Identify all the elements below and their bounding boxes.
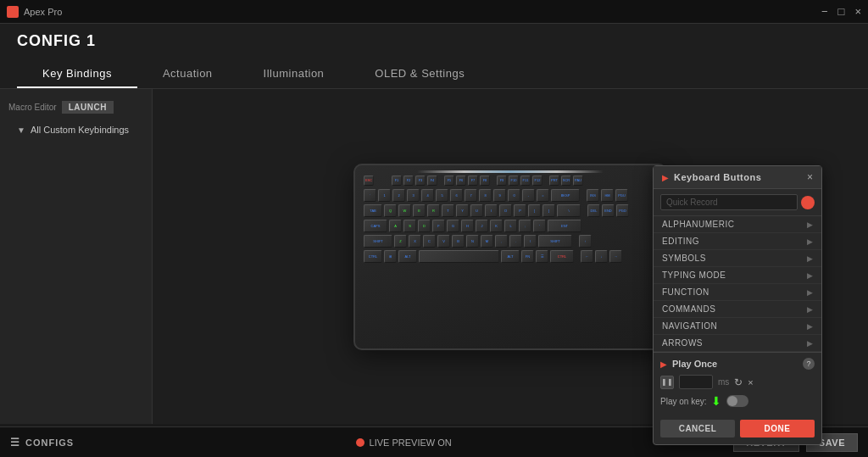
key-e[interactable]: E	[413, 204, 426, 217]
key-f1[interactable]: F1	[392, 176, 402, 186]
key-t[interactable]: T	[442, 204, 454, 217]
key-down[interactable]: ↓	[595, 250, 608, 263]
key-menu[interactable]: ☰	[536, 250, 548, 263]
key-enter[interactable]: ENT	[548, 220, 581, 232]
key-o[interactable]: O	[499, 204, 512, 217]
key-space[interactable]	[419, 250, 499, 263]
ms-input[interactable]	[679, 375, 713, 389]
key-f11[interactable]: F11	[520, 176, 531, 186]
key-lalt[interactable]: ALT	[398, 250, 417, 263]
record-button[interactable]	[801, 196, 815, 209]
key-prtsc[interactable]: PRT	[549, 176, 559, 186]
key-pause[interactable]: PAU	[573, 176, 583, 186]
key-r[interactable]: R	[427, 204, 440, 217]
key-ins[interactable]: INS	[587, 189, 599, 202]
key-f5[interactable]: F5	[444, 176, 454, 186]
key-l[interactable]: L	[504, 220, 517, 232]
key-home[interactable]: HM	[601, 189, 614, 202]
key-backtick[interactable]: `	[364, 189, 376, 202]
repeat-button[interactable]: ↻	[734, 376, 743, 388]
key-semicolon[interactable]: ;	[519, 220, 531, 232]
launch-button[interactable]: LAUNCH	[62, 101, 114, 114]
key-rbracket[interactable]: ]	[542, 204, 555, 217]
key-slash[interactable]: /	[524, 235, 537, 248]
key-pgdn[interactable]: PGD	[616, 204, 629, 217]
popup-close-button[interactable]: ×	[807, 171, 813, 183]
category-commands[interactable]: COMMANDS ▶	[654, 301, 821, 318]
category-navigation[interactable]: NAVIGATION ▶	[654, 318, 821, 335]
key-2[interactable]: 2	[392, 189, 405, 202]
done-button[interactable]: DONE	[740, 420, 815, 437]
key-lwin[interactable]: ⊞	[384, 250, 397, 263]
play-collapse-icon[interactable]: ▶	[660, 359, 667, 369]
key-rctrl[interactable]: CTRL	[550, 250, 574, 263]
key-y[interactable]: Y	[456, 204, 469, 217]
popup-collapse-icon[interactable]: ▶	[662, 173, 669, 182]
key-g[interactable]: G	[447, 220, 459, 232]
help-button[interactable]: ?	[803, 358, 815, 370]
key-n[interactable]: N	[466, 235, 479, 248]
key-tab[interactable]: TAB	[364, 204, 382, 217]
minimize-button[interactable]: −	[821, 6, 828, 17]
key-f[interactable]: F	[432, 220, 445, 232]
key-i[interactable]: I	[485, 204, 498, 217]
key-backspace[interactable]: BKSP	[551, 189, 580, 202]
key-comma[interactable]: ,	[495, 235, 508, 248]
key-f3[interactable]: F3	[415, 176, 426, 186]
key-right[interactable]: →	[609, 250, 622, 263]
key-x[interactable]: X	[409, 235, 421, 248]
key-quote[interactable]: '	[533, 220, 546, 232]
close-button[interactable]: ×	[854, 6, 861, 17]
key-h[interactable]: H	[461, 220, 474, 232]
key-v[interactable]: V	[437, 235, 450, 248]
key-fn[interactable]: FN	[521, 250, 534, 263]
key-1[interactable]: 1	[378, 189, 391, 202]
tab-illumination[interactable]: Illumination	[238, 60, 350, 88]
key-ralt[interactable]: ALT	[501, 250, 520, 263]
key-p[interactable]: P	[514, 204, 526, 217]
key-0[interactable]: 0	[508, 189, 520, 202]
key-c[interactable]: C	[423, 235, 436, 248]
key-equals[interactable]: =	[537, 189, 549, 202]
cancel-repeat-button[interactable]: ×	[748, 377, 753, 387]
key-minus[interactable]: -	[522, 189, 535, 202]
maximize-button[interactable]: □	[838, 6, 845, 17]
key-lbracket[interactable]: [	[528, 204, 541, 217]
key-w[interactable]: W	[398, 204, 411, 217]
key-8[interactable]: 8	[479, 189, 492, 202]
key-f8[interactable]: F8	[480, 176, 490, 186]
key-f4[interactable]: F4	[427, 176, 437, 186]
key-end[interactable]: END	[602, 204, 615, 217]
category-symbols[interactable]: SYMBOLS ▶	[654, 250, 821, 267]
tab-oled-settings[interactable]: OLED & Settings	[349, 60, 490, 88]
key-f9[interactable]: F9	[497, 176, 507, 186]
key-u[interactable]: U	[470, 204, 483, 217]
key-f2[interactable]: F2	[403, 176, 414, 186]
key-k[interactable]: K	[490, 220, 503, 232]
key-9[interactable]: 9	[493, 189, 506, 202]
key-j[interactable]: J	[476, 220, 488, 232]
key-7[interactable]: 7	[465, 189, 477, 202]
key-q[interactable]: Q	[384, 204, 397, 217]
key-backslash[interactable]: \	[557, 204, 581, 217]
key-m[interactable]: M	[481, 235, 493, 248]
key-f12[interactable]: F12	[532, 176, 542, 186]
key-6[interactable]: 6	[450, 189, 463, 202]
key-3[interactable]: 3	[407, 189, 420, 202]
key-lctrl[interactable]: CTRL	[364, 250, 382, 263]
key-scroll[interactable]: SCR	[561, 176, 571, 186]
key-s[interactable]: S	[403, 220, 416, 232]
category-alphanumeric[interactable]: ALPHANUMERIC ▶	[654, 216, 821, 233]
configs-button[interactable]: ☰ CONFIGS	[10, 437, 74, 449]
key-caps[interactable]: CAPS	[364, 220, 387, 232]
key-z[interactable]: Z	[394, 235, 407, 248]
key-rshift[interactable]: SHIFT	[538, 235, 572, 248]
key-up[interactable]: ↑	[579, 235, 592, 248]
key-5[interactable]: 5	[436, 189, 448, 202]
tab-actuation[interactable]: Actuation	[137, 60, 238, 88]
key-b[interactable]: B	[452, 235, 465, 248]
category-function[interactable]: FUNCTION ▶	[654, 284, 821, 301]
category-arrows[interactable]: ARROWS ▶	[654, 335, 821, 352]
key-left[interactable]: ←	[581, 250, 593, 263]
key-f6[interactable]: F6	[456, 176, 466, 186]
